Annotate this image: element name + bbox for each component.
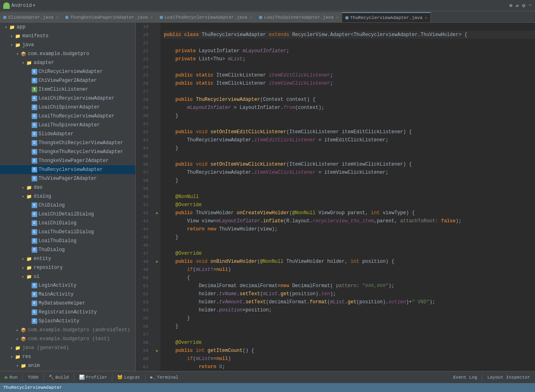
run-button[interactable]: ▶ Run — [2, 373, 20, 381]
tree-item-java[interactable]: ▾ 📁 java — [0, 40, 135, 49]
settings-icon[interactable]: ⚙ — [522, 2, 525, 9]
code-line-60: if(mList==null) — [164, 355, 535, 363]
line-num: 30 — [136, 112, 151, 120]
minimize-icon[interactable]: − — [529, 2, 532, 9]
layout-inspector-button[interactable]: Layout Inspector — [485, 374, 533, 381]
tree-item-ThuDialog[interactable]: C ThuDialog — [0, 245, 135, 254]
tree-item-com.example.budgetpro-test[interactable]: ▸ 📦 com.example.budgetpro (test) — [0, 334, 135, 343]
tree-item-LoaiThuSpinnerAdapter[interactable]: C LoaiThuSpinnerAdapter — [0, 121, 135, 130]
class-icon: C — [32, 69, 37, 75]
tree-item-com.example.budgetpro[interactable]: ▾ 📦 com.example.budgetpro — [0, 49, 135, 58]
tree-item-repository[interactable]: ▸ 📁 repository — [0, 263, 135, 272]
tree-item-LoginActivity[interactable]: C LoginActivity — [0, 281, 135, 290]
tree-item-res[interactable]: ▾ 📁 res — [0, 352, 135, 361]
tree-item-LoaiChiDialog[interactable]: C LoaiChiDialog — [0, 219, 135, 228]
tree-item-ui[interactable]: ▸ 📁 ui — [0, 272, 135, 281]
tree-item-dao[interactable]: ▸ 📁 dao — [0, 183, 135, 192]
tree-item-adapter[interactable]: ▾ 📁 adapter — [0, 58, 135, 67]
gutter-cell-indicator[interactable]: ▶ — [154, 258, 160, 266]
project-title[interactable]: Android ▾ — [11, 2, 36, 9]
tree-label: ItemClickListener — [39, 87, 88, 92]
code-editor[interactable]: 19 20 21 22 23 24 25 26 27 28 29 30 31 3… — [136, 23, 535, 371]
line-num: 44 — [136, 225, 151, 233]
code-line-56: } — [164, 322, 535, 330]
class-icon: C — [32, 309, 37, 315]
profiler-button[interactable]: 📊 Profiler — [77, 374, 110, 381]
tab-close-icon[interactable]: ✕ — [56, 15, 58, 20]
package-icon: 📦 — [20, 336, 27, 342]
tab-close-icon[interactable]: ✕ — [336, 15, 338, 20]
code-line-19 — [164, 23, 535, 31]
tree-item-app[interactable]: ▾ 📁 app — [0, 23, 135, 32]
tree-item-MainActivity[interactable]: C MainActivity — [0, 290, 135, 299]
class-icon: C — [32, 211, 37, 217]
tree-item-ThuRecyclerviewAdapter[interactable]: C ThuRecyclerviewAdapter — [0, 165, 135, 174]
tree-item-LoaiThuDetailDialog[interactable]: C LoaiThuDetailDialog — [0, 228, 135, 236]
spacer — [26, 149, 32, 155]
gutter-cell-indicator[interactable]: ▶ — [154, 347, 160, 355]
tab-close-icon[interactable]: ✕ — [250, 15, 252, 20]
tree-item-LoaiThuDialog[interactable]: C LoaiThuDialog — [0, 236, 135, 245]
tab-ThuRecyclerviewAdapter[interactable]: ThuRecyclerviewAdapter.java ✕ — [342, 12, 431, 22]
tree-label: com.example.budgetpro (androidTest) — [28, 327, 130, 333]
gutter-cell — [154, 290, 160, 298]
build-button[interactable]: 🔨 Build — [46, 374, 71, 381]
tree-item-SplashActivity[interactable]: C SplashActivity — [0, 317, 135, 326]
logcat-button[interactable]: 🐱 Logcat — [115, 374, 143, 381]
tree-item-com.example.budgetpro-androidTest[interactable]: ▸ 📦 com.example.budgetpro (androidTest) — [0, 326, 135, 334]
build-icon: 🔨 — [49, 375, 54, 380]
code-gutter: ▶ ▶ ▶ — [154, 23, 160, 371]
tree-item-LoaiChiDetailDialog[interactable]: C LoaiChiDetailDialog — [0, 210, 135, 219]
sidebar[interactable]: ▾ 📁 app ▸ 📁 manifests ▾ 📁 java ▾ 📦 com.e… — [0, 23, 136, 371]
tree-item-RegistrationActivity[interactable]: C RegistrationActivity — [0, 308, 135, 317]
tree-item-dialog[interactable]: ▾ 📁 dialog — [0, 192, 135, 201]
tree-item-ChiDialog[interactable]: C ChiDialog — [0, 201, 135, 210]
tree-item-ChiViewPager2Adapter[interactable]: C ChiViewPager2Adapter — [0, 76, 135, 85]
tree-item-ThongkeChiRecyclerViewAdapter[interactable]: C ThongkeChiRecyclerViewAdapter — [0, 138, 135, 147]
tree-item-LoaiThuRecyclerviewAdapter[interactable]: C LoaiThuRecyclerviewAdapter — [0, 112, 135, 121]
line-num: 31 — [136, 120, 151, 128]
gutter-cell — [154, 39, 160, 47]
code-line-24 — [164, 63, 535, 71]
tree-item-ChiRecyclerviewAdapter[interactable]: C ChiRecyclerviewAdapter — [0, 67, 135, 76]
tree-item-LoaiChiRecyclerviewAdapter[interactable]: C LoaiChiRecyclerviewAdapter — [0, 94, 135, 103]
layout-inspector-label: Layout Inspector — [487, 375, 530, 380]
dropdown-arrow-icon: ▾ — [32, 2, 35, 9]
globe-icon[interactable]: ⊕ — [509, 2, 513, 9]
tree-item-entity[interactable]: ▸ 📁 entity — [0, 254, 135, 263]
tree-item-SlideAdapter[interactable]: C SlideAdapter — [0, 130, 135, 138]
tree-item-java-generated[interactable]: ▸ 📁 java (generated) — [0, 343, 135, 352]
event-log-button[interactable]: Event Log — [451, 374, 479, 381]
tree-label: LoaiChiRecyclerviewAdapter — [39, 96, 114, 101]
todo-button[interactable]: TODO — [25, 374, 41, 381]
gutter-cell — [154, 233, 160, 241]
tab-SlideAdapter[interactable]: SlideAdapter.java ✕ — [0, 12, 62, 22]
tree-item-ThuViewPager2Adapter[interactable]: C ThuViewPager2Adapter — [0, 174, 135, 183]
gutter-cell — [154, 104, 160, 112]
tree-item-ThongkeThuRecyclerViewAdapter[interactable]: C ThongkeThuRecyclerViewAdapter — [0, 147, 135, 156]
tree-item-anim[interactable]: ▾ 📁 anim — [0, 361, 135, 370]
tree-item-ItemClickListener[interactable]: I ItemClickListener — [0, 85, 135, 94]
tree-label: LoaiThuDialog — [39, 238, 77, 244]
tab-ThongkeViewPager2Adapter[interactable]: ThongkeViewPager2Adapter.java ✕ — [62, 12, 156, 22]
class-icon: C — [32, 300, 37, 306]
package-icon: 📦 — [20, 51, 27, 57]
tab-LoaiThuRecyclerviewAdapter[interactable]: LoaiThuRecyclerviewAdapter.java ✕ — [156, 12, 256, 22]
tree-item-LoaiChiSpinnerAdapter[interactable]: C LoaiChiSpinnerAdapter — [0, 103, 135, 112]
tab-LoaiThuSpinnerAdapter[interactable]: LoaiThuSpinnerAdapter.java ✕ — [256, 12, 342, 22]
split-icon[interactable]: ⇌ — [516, 2, 519, 9]
terminal-button[interactable]: ▶_ Terminal — [148, 374, 181, 381]
folder-icon: 📁 — [9, 24, 15, 30]
gutter-cell-indicator[interactable]: ▶ — [154, 209, 160, 217]
line-num: 48 — [136, 258, 151, 266]
tree-item-ThongkeViewPager2Adapter[interactable]: C ThongkeViewPager2Adapter — [0, 156, 135, 165]
tab-dot-icon — [259, 16, 262, 19]
tab-close-icon[interactable]: ✕ — [150, 15, 153, 20]
tree-item-manifests[interactable]: ▸ 📁 manifests — [0, 32, 135, 40]
tab-close-icon[interactable]: ✕ — [425, 15, 427, 20]
spacer — [26, 220, 32, 226]
tree-item-MyDatabaseHelper[interactable]: C MyDatabaseHelper — [0, 299, 135, 308]
tree-label: entity — [34, 256, 51, 262]
code-line-26: public static ItemClickListener itemView… — [164, 79, 535, 87]
code-content[interactable]: public class ThuRecyclerviewAdapter exte… — [160, 23, 535, 371]
